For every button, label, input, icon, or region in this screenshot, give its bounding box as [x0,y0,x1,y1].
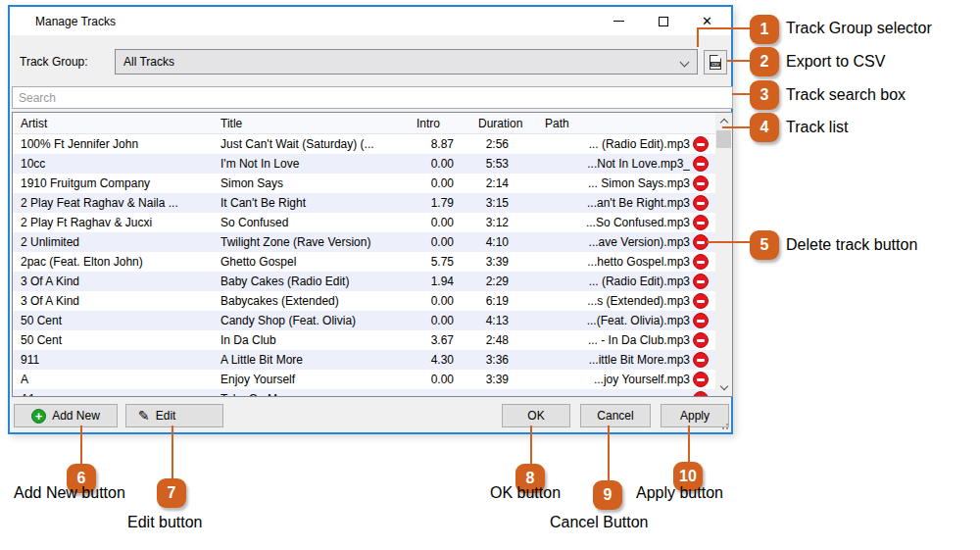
track-list-header: Artist Title Intro Duration Path [13,113,715,134]
scroll-down-button[interactable] [715,379,732,396]
callout-line-9 [608,425,610,480]
cell-title: Just Can't Wait (Saturday) (... [220,137,397,151]
cell-intro: 8.87 [385,137,454,151]
cell-artist: 3 Of A Kind [21,275,213,288]
export-to-csv-button[interactable]: csv [704,50,727,75]
cell-intro: 1.94 [385,275,454,288]
cell-duration: 4:13 [454,314,509,327]
ok-button-label: OK [527,409,544,423]
table-row[interactable]: 100% Ft Jennifer John Just Can't Wait (S… [13,134,715,154]
callout-line-1 [697,28,699,47]
cell-intro: 0.00 [385,373,454,386]
table-row-partial[interactable]: A1 Take On Me [13,389,715,397]
delete-track-button[interactable] [693,293,709,309]
edit-button[interactable]: ✎ Edit [125,404,223,427]
plus-icon: + [31,409,46,424]
cell-path: ...s (Extended).mp3 [514,294,690,308]
cell-duration: 3:39 [454,373,509,386]
cell-duration: 4:10 [454,235,509,249]
callout-badge-1: 1 [750,15,779,44]
minus-icon [697,182,705,185]
track-group-selector[interactable]: All Tracks [115,49,698,75]
title-bar[interactable]: Manage Tracks ✕ [10,7,731,35]
cell-artist: 2 Play Feat Raghav & Naila ... [21,196,213,210]
delete-track-button[interactable] [693,313,709,328]
close-button[interactable]: ✕ [685,7,729,35]
table-row[interactable]: 50 Cent In Da Club 3.67 2:48 ... - In Da… [13,330,715,350]
minimize-button[interactable] [597,7,641,35]
maximize-button[interactable] [641,7,685,35]
minus-icon [697,378,705,381]
delete-track-button[interactable] [693,175,709,191]
delete-track-button[interactable] [693,254,709,270]
callout-label-track-search-box: Track search box [786,86,906,104]
scrollbar-thumb[interactable] [716,130,731,148]
delete-track-button[interactable] [693,195,709,211]
callout-line-7 [172,425,173,478]
table-row[interactable]: 50 Cent Candy Shop (Feat. Olivia) 0.00 4… [13,311,715,330]
track-list-scrollbar[interactable] [715,113,732,396]
cell-intro: 0.00 [385,157,454,171]
delete-track-button[interactable] [693,136,709,152]
table-row[interactable]: 2 Play Feat Raghav & Naila ... It Can't … [13,193,715,213]
cell-title: Simon Says [220,176,397,190]
table-row[interactable]: 911 A Little Bit More 4.30 3:36 ...ittle… [13,350,715,370]
table-row[interactable]: 3 Of A Kind Babycakes (Extended) 0.00 6:… [13,291,715,311]
callout-line-2 [727,60,750,62]
table-row[interactable]: 2pac (Feat. Elton John) Ghetto Gospel 5.… [13,252,715,272]
cell-artist: A1 [21,392,213,397]
delete-track-button[interactable] [693,332,709,348]
add-new-button[interactable]: + Add New [14,404,118,427]
callout-badge-4: 4 [750,113,779,142]
minus-icon [697,241,705,244]
resize-grip[interactable] [721,423,729,430]
table-row[interactable]: 2 Play Ft Raghav & Jucxi So Confused 0.0… [13,213,715,232]
table-row[interactable]: 10cc I'm Not In Love 0.00 5:53 ...Not In… [13,154,715,174]
column-header-intro[interactable]: Intro [416,117,440,130]
cell-title: Candy Shop (Feat. Olivia) [220,314,397,327]
cell-path: ...ave Version).mp3 [514,235,690,249]
ok-button[interactable]: OK [502,404,570,427]
chevron-down-icon [680,58,690,68]
cell-title: It Can't Be Right [220,196,397,210]
apply-button[interactable]: Apply [661,404,729,427]
delete-track-button[interactable] [693,391,709,397]
delete-track-button[interactable] [693,215,709,230]
track-group-selected-value: All Tracks [116,55,174,69]
table-row[interactable]: A Enjoy Yourself 0.00 3:39 ...joy Yourse… [13,370,715,389]
cell-artist: 50 Cent [21,333,213,347]
cell-path: ...Not In Love.mp3_ [514,157,690,171]
cell-path: ... - In Da Club.mp3 [514,333,690,347]
cancel-button[interactable]: Cancel [580,404,651,427]
callout-line-6 [80,425,82,464]
cell-artist: 1910 Fruitgum Company [21,176,213,190]
table-row[interactable]: 2 Unlimited Twilight Zone (Rave Version)… [13,232,715,252]
column-header-duration[interactable]: Duration [478,117,522,130]
track-search-input[interactable] [12,86,733,109]
callout-label-export-to-csv: Export to CSV [786,53,885,71]
track-list[interactable]: Artist Title Intro Duration Path 100% Ft… [12,112,733,397]
callout-badge-2: 2 [750,47,779,76]
callout-line-3 [732,93,750,95]
column-header-artist[interactable]: Artist [21,117,47,130]
cell-title: Take On Me [220,392,397,397]
screenshot-canvas: Manage Tracks ✕ Track Group: All Tracks … [0,0,980,550]
column-header-title[interactable]: Title [220,117,242,130]
cell-artist: 50 Cent [21,314,213,327]
chevron-down-icon [719,382,727,390]
callout-line-10 [688,425,690,462]
delete-track-button[interactable] [693,352,709,368]
cell-path: ...joy Yourself.mp3 [514,373,690,386]
cell-title: A Little Bit More [220,353,397,367]
minus-icon [697,222,705,225]
column-header-path[interactable]: Path [545,117,569,130]
table-row[interactable]: 1910 Fruitgum Company Simon Says 0.00 2:… [13,174,715,193]
add-new-button-label: Add New [52,409,100,423]
cell-intro: 0.00 [385,294,454,308]
cell-path: ...(Feat. Olivia).mp3 [514,314,690,327]
delete-track-button[interactable] [693,156,709,172]
cell-title: I'm Not In Love [220,157,397,171]
delete-track-button[interactable] [693,274,709,289]
delete-track-button[interactable] [693,372,709,387]
table-row[interactable]: 3 Of A Kind Baby Cakes (Radio Edit) 1.94… [13,272,715,291]
